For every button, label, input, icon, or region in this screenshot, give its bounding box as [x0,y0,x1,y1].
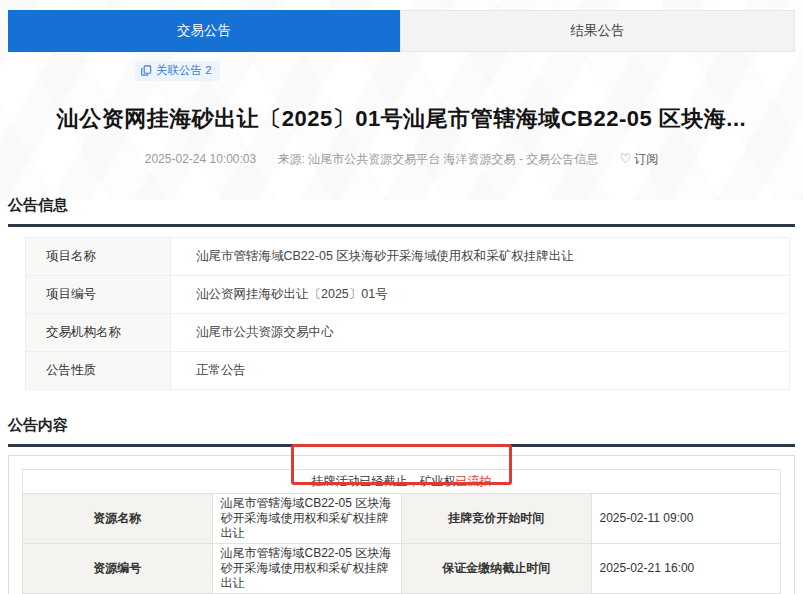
announcement-info-heading: 公告信息 [8,196,795,227]
info-value-notice-nature: 正常公告 [171,352,790,390]
tab-result-announcement[interactable]: 结果公告 [400,10,795,52]
info-value-project-name: 汕尾市管辖海域CB22-05 区块海砂开采海域使用权和采矿权挂牌出让 [171,238,790,276]
related-link-row: 关联公告 2 [135,61,803,80]
announcement-content-box: 挂牌活动已经截止，矿业权已流拍 资源名称 汕尾市管辖海域CB22-05 区块海砂… [8,455,795,594]
section-announcement-content: 公告内容 挂牌活动已经截止，矿业权已流拍 资源名称 汕尾市管辖海域CB22-05… [8,416,795,594]
related-announcements-label: 关联公告 2 [156,63,212,78]
content-label-resource-name: 资源名称 [23,494,213,544]
info-label-notice-nature: 公告性质 [26,352,171,390]
content-label-deposit-deadline: 保证金缴纳截止时间 [402,544,592,594]
table-row: 项目编号 汕公资网挂海砂出让〔2025〕01号 [26,276,790,314]
info-label-project-number: 项目编号 [26,276,171,314]
status-notice: 挂牌活动已经截止，矿业权已流拍 [23,470,781,494]
info-label-agency-name: 交易机构名称 [26,314,171,352]
table-row: 交易机构名称 汕尾市公共资源交易中心 [26,314,790,352]
content-value-deposit-deadline: 2025-02-21 16:00 [591,544,781,594]
page-title: 汕公资网挂海砂出让〔2025〕01号汕尾市管辖海域CB22-05 区块海... [30,104,773,134]
subscribe-button[interactable]: ♡订阅 [620,152,659,166]
status-notice-highlight: 已流拍 [456,474,492,488]
announcement-page: 交易公告 结果公告 关联公告 2 汕公资网挂海砂出让〔2025〕01号汕尾市管辖… [0,10,803,594]
info-value-agency-name: 汕尾市公共资源交易中心 [171,314,790,352]
publish-time: 2025-02-24 10:00:03 [145,152,256,166]
section-announcement-info: 公告信息 项目名称 汕尾市管辖海域CB22-05 区块海砂开采海域使用权和采矿权… [8,196,795,390]
tab-trade-announcement[interactable]: 交易公告 [8,10,400,52]
table-row: 资源名称 汕尾市管辖海域CB22-05 区块海砂开采海域使用权和采矿权挂牌出让 … [23,494,781,544]
status-notice-text: 挂牌活动已经截止，矿业权 [312,474,456,488]
status-notice-row: 挂牌活动已经截止，矿业权已流拍 [23,470,781,494]
article-meta: 2025-02-24 10:00:03 来源: 汕尾市公共资源交易平台 海洋资源… [0,151,803,168]
subscribe-label: 订阅 [634,152,658,166]
copy-document-icon [141,65,152,76]
tab-bar: 交易公告 结果公告 [8,10,795,52]
info-label-project-name: 项目名称 [26,238,171,276]
article-source: 来源: 汕尾市公共资源交易平台 海洋资源交易 - 交易公告信息 [278,152,599,166]
table-row: 公告性质 正常公告 [26,352,790,390]
content-value-bid-start-time: 2025-02-11 09:00 [591,494,781,544]
info-value-project-number: 汕公资网挂海砂出让〔2025〕01号 [171,276,790,314]
content-value-resource-number: 汕尾市管辖海域CB22-05 区块海砂开采海域使用权和采矿权挂牌出让 [212,544,402,594]
heart-icon: ♡ [620,151,632,166]
table-row: 项目名称 汕尾市管辖海域CB22-05 区块海砂开采海域使用权和采矿权挂牌出让 [26,238,790,276]
content-label-bid-start-time: 挂牌竞价开始时间 [402,494,592,544]
announcement-content-heading: 公告内容 [8,416,795,447]
announcement-content-table: 挂牌活动已经截止，矿业权已流拍 资源名称 汕尾市管辖海域CB22-05 区块海砂… [22,469,781,594]
announcement-info-table: 项目名称 汕尾市管辖海域CB22-05 区块海砂开采海域使用权和采矿权挂牌出让 … [25,237,790,390]
related-announcements-link[interactable]: 关联公告 2 [135,61,220,81]
table-row: 资源编号 汕尾市管辖海域CB22-05 区块海砂开采海域使用权和采矿权挂牌出让 … [23,544,781,594]
content-label-resource-number: 资源编号 [23,544,213,594]
content-value-resource-name: 汕尾市管辖海域CB22-05 区块海砂开采海域使用权和采矿权挂牌出让 [212,494,402,544]
